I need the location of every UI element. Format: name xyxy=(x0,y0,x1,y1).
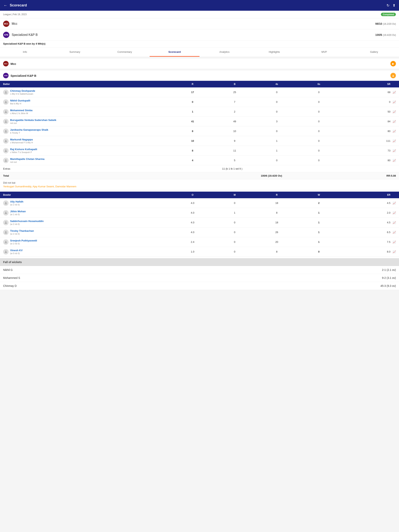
batter-name[interactable]: Mohammed Simba xyxy=(10,109,171,112)
batter-detail: Markundi Nagappa c Muhammad F b Ally H xyxy=(3,138,171,144)
chart-icon[interactable]: 📈 xyxy=(390,130,396,133)
chart-icon[interactable]: 📈 xyxy=(390,101,396,104)
batter-runs: 4 xyxy=(171,159,213,162)
batter-4s: 1 xyxy=(256,139,298,142)
batter-row: Chinmay Deshpande c Ally H b Sabbirhussa… xyxy=(0,88,399,97)
bowler-avatar xyxy=(3,249,9,254)
refresh-icon[interactable]: ↻ xyxy=(386,3,389,8)
chart-icon[interactable]: 📈 xyxy=(390,159,396,162)
batter-name[interactable]: Raj Kishore Kothapalli xyxy=(10,148,171,151)
chart-icon[interactable]: 📈 xyxy=(390,110,396,113)
header-r: R xyxy=(171,83,213,85)
batter-sr: 111 xyxy=(340,139,390,142)
batter-runs: 1 xyxy=(171,110,213,113)
batter-name[interactable]: Chinmay Deshpande xyxy=(10,89,171,92)
tab-commentary[interactable]: Commentary xyxy=(100,48,150,57)
chart-icon-b[interactable]: 📈 xyxy=(390,221,396,224)
back-button[interactable]: ← xyxy=(4,3,7,8)
tab-mvp[interactable]: MVP xyxy=(299,48,349,57)
batter-name[interactable]: Janibasha Ganapavarapu Shaik xyxy=(10,128,171,131)
header-chart xyxy=(390,83,396,85)
svg-point-10 xyxy=(5,222,6,222)
tab-highlights[interactable]: Highlights xyxy=(249,48,299,57)
chart-icon[interactable]: 📈 xyxy=(390,149,396,152)
chart-icon-b[interactable]: 📈 xyxy=(390,231,396,234)
bowler-er: 4.5 xyxy=(340,202,390,204)
innings1-header[interactable]: MCC Mcc ▶ xyxy=(0,59,399,69)
innings2-team-name: Specialized K&P B xyxy=(11,74,390,77)
chart-icon[interactable]: 📈 xyxy=(390,120,396,123)
batter-dismiss: c Athul J b Jithin M xyxy=(10,112,171,114)
bowler-extras: (w 1 nb 0) xyxy=(10,213,171,215)
bowler-maidens: 0 xyxy=(213,231,256,234)
dnb-label: Did not bat xyxy=(3,181,396,184)
bowler-name[interactable]: Sreejesh Puthiyaveetil xyxy=(10,239,171,242)
team2-name: Specialized K&P B xyxy=(12,33,375,37)
team2-logo: KPB xyxy=(3,32,9,38)
fow-row: Chinmay D 45-3 (9.3 ov) xyxy=(0,282,399,290)
batter-balls: 11 xyxy=(213,149,256,152)
chart-icon[interactable]: 📈 xyxy=(390,91,396,94)
bowler-name[interactable]: Vinesh KV xyxy=(10,249,171,252)
batter-6s: 0 xyxy=(298,159,340,162)
bowler-maidens: 0 xyxy=(213,221,256,224)
bowler-maidens: 0 xyxy=(213,250,256,253)
chart-icon-b[interactable]: 📈 xyxy=(390,250,396,253)
tab-gallery[interactable]: Gallery xyxy=(349,48,399,57)
total-label: Total xyxy=(3,174,156,177)
tab-analytics[interactable]: Analytics xyxy=(200,48,249,57)
batter-name[interactable]: Mamillapalle Chetan Sharma xyxy=(10,158,171,160)
teams-section: MCC Mcc 98/10 (16.2/20 Ov) KPB Specializ… xyxy=(0,18,399,48)
fow-row: Nikhil G 2-1 (2.1 ov) xyxy=(0,266,399,274)
extras-label: Extras xyxy=(3,167,134,170)
batter-row: Mamillapalle Chetan Sharma not out 4 5 0… xyxy=(0,156,399,165)
fow-name: Nikhil G xyxy=(3,268,13,272)
bowler-name[interactable]: Sabbirhussain Husamuddin xyxy=(10,220,171,222)
chart-icon-b[interactable]: 📈 xyxy=(390,202,396,205)
innings1-block: MCC Mcc ▶ xyxy=(0,59,399,69)
batter-6s: 0 xyxy=(298,139,340,142)
batter-name[interactable]: Nikhil Guntupalli xyxy=(10,99,171,102)
bowler-detail: Tinoby Thankachan (w 2 nb 0) xyxy=(3,229,171,235)
header-4s: 4s xyxy=(256,83,298,85)
tab-summary[interactable]: Summary xyxy=(50,48,100,57)
bowler-runs: 18 xyxy=(256,202,298,204)
share-icon[interactable]: ⬆ xyxy=(393,3,395,8)
bowler-name[interactable]: Tinoby Thankachan xyxy=(10,229,171,232)
batters-table-header: Batter R B 4s 6s SR xyxy=(0,81,399,88)
bowler-name[interactable]: Ally Hafidh xyxy=(10,200,171,203)
header-bowler: Bowler xyxy=(3,194,171,196)
batter-balls: 9 xyxy=(213,139,256,142)
bowler-overs: 4.0 xyxy=(171,202,213,204)
chart-icon[interactable]: 📈 xyxy=(390,139,396,143)
chart-icon-b[interactable]: 📈 xyxy=(390,211,396,214)
batter-avatar xyxy=(3,109,9,114)
bowler-row: Tinoby Thankachan (w 2 nb 0) 4.0 0 26 1 … xyxy=(0,228,399,237)
bowler-wickets: 1 xyxy=(298,221,340,224)
bowler-detail: Jithin Mohan (w 1 nb 0) xyxy=(3,210,171,215)
tab-scorecard[interactable]: Scorecard xyxy=(150,48,200,57)
svg-point-13 xyxy=(5,251,6,252)
bowler-name[interactable]: Jithin Mohan xyxy=(10,210,171,213)
batter-name[interactable]: Markundi Nagappa xyxy=(10,138,171,141)
innings2-logo: KPB xyxy=(3,73,9,78)
batter-detail: Burugadda Venkata Sudershan Satwik not o… xyxy=(3,119,171,124)
bowler-wickets: 0 xyxy=(298,250,340,253)
bowlers-rows: Ally Hafidh (w 2 nb 0) 4.0 0 18 2 4.5 📈 … xyxy=(0,198,399,257)
bowler-row: Ally Hafidh (w 2 nb 0) 4.0 0 18 2 4.5 📈 xyxy=(0,198,399,208)
header-m: M xyxy=(213,194,256,196)
batter-dismiss: not out xyxy=(10,122,171,124)
bowler-er: 7.5 xyxy=(340,241,390,243)
batter-4s: 0 xyxy=(256,101,298,103)
batter-4s: 0 xyxy=(256,130,298,133)
innings2-header[interactable]: KPB Specialized K&P B ▲ xyxy=(0,70,399,81)
bowler-wickets: 1 xyxy=(298,211,340,214)
header: ← Scorecard ↻ ⬆ xyxy=(0,0,399,11)
innings1-toggle-icon[interactable]: ▶ xyxy=(390,61,396,66)
innings2-toggle-icon[interactable]: ▲ xyxy=(390,73,396,78)
batter-name[interactable]: Burugadda Venkata Sudershan Satwik xyxy=(10,119,171,121)
bowler-overs: 2.4 xyxy=(171,241,213,243)
header-w: W xyxy=(298,194,340,196)
tab-info[interactable]: Info xyxy=(0,48,50,57)
chart-icon-b[interactable]: 📈 xyxy=(390,241,396,244)
